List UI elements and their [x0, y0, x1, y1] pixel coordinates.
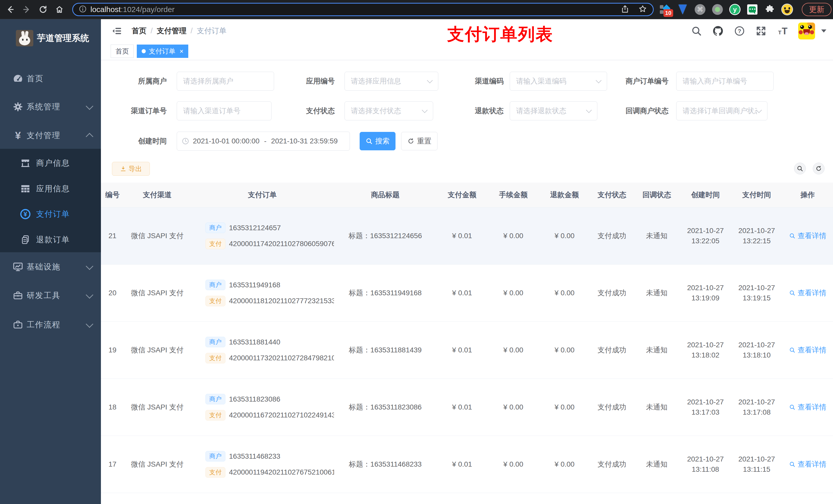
pay-tag: 支付 [206, 353, 225, 363]
tab-1[interactable]: 支付订单× [137, 45, 188, 58]
sidebar-item-6[interactable]: 退款订单 [0, 227, 101, 253]
table-header-cell: 支付渠道 [124, 183, 191, 207]
url-bar[interactable]: localhost:1024/pay/order [72, 3, 654, 16]
search-button[interactable]: 搜索 [360, 132, 396, 150]
filter-select[interactable]: 请选择订单回调商户状态 [676, 101, 767, 120]
refresh-icon[interactable] [37, 3, 49, 16]
view-detail-link[interactable]: 查看详情 [789, 459, 826, 469]
table-refresh-icon[interactable] [813, 163, 825, 174]
table-cell: 商户1635311949168支付42000011812021102777232… [191, 265, 334, 321]
sidebar-item-9[interactable]: 工作流程 [0, 312, 101, 338]
extension-record-icon[interactable] [712, 4, 723, 15]
view-detail-link[interactable]: 查看详情 [789, 402, 826, 412]
active-tab-dot [142, 49, 146, 53]
github-icon[interactable] [712, 25, 724, 37]
table-cell: 2021-10-2713:17:03 [680, 379, 731, 436]
table-header-cell: 手续金额 [488, 183, 539, 207]
extension-hangouts-icon[interactable] [746, 4, 758, 15]
url-text[interactable]: localhost:1024/pay/order [90, 5, 175, 14]
bookmark-star-icon[interactable] [638, 4, 647, 15]
filter-input-field[interactable] [183, 107, 265, 115]
extensions-puzzle-icon[interactable] [764, 4, 776, 15]
home-icon[interactable] [53, 3, 66, 16]
pay-order-line: 支付4200001173202110272847982104 [206, 353, 334, 363]
filter-select[interactable]: 请选择退款状态 [510, 101, 597, 120]
sidebar-item-3[interactable]: 商户信息 [0, 150, 101, 176]
filter-select[interactable]: 请选择应用信息 [344, 72, 438, 91]
share-icon[interactable] [621, 5, 629, 14]
sidebar-item-7[interactable]: 基础设施 [0, 254, 101, 280]
profile-avatar-icon[interactable] [781, 4, 793, 15]
table-cell: ¥ 0.01 [436, 265, 488, 321]
pay-amount: ¥ 0.01 [452, 232, 472, 240]
filter-input-field[interactable] [683, 77, 767, 85]
tab-close-icon[interactable]: × [180, 48, 184, 54]
merchant-tag: 商户 [206, 451, 225, 461]
filter-input[interactable] [676, 72, 774, 91]
extension-balloon-icon[interactable] [677, 4, 689, 15]
merchant-order-line: 商户1635311881440 [206, 337, 280, 347]
view-detail-link[interactable]: 查看详情 [789, 231, 826, 241]
filter-select[interactable]: 请输入渠道编码 [510, 72, 607, 91]
sidebar-item-8[interactable]: 研发工具 [0, 283, 101, 308]
avatar-caret-icon[interactable] [821, 29, 826, 32]
browser-toolbar: localhost:1024/pay/order 10 ⌘ y 更新 [0, 0, 833, 19]
merchant-order-no: 1635311881440 [229, 338, 280, 346]
pay-amount: ¥ 0.01 [452, 289, 472, 297]
extension-command-icon[interactable]: ⌘ [694, 4, 706, 15]
extension-yudao-icon[interactable]: y [729, 4, 741, 15]
notify-status: 未通知 [646, 288, 668, 298]
help-icon[interactable]: ? [734, 25, 745, 37]
svg-text:T: T [782, 26, 787, 37]
app-logo[interactable]: 芋道管理系统 [0, 23, 89, 53]
svg-text:?: ? [738, 28, 741, 34]
site-info-icon[interactable] [79, 5, 87, 14]
app-header: 首页/支付管理/支付订单 支付订单列表 ? TT [101, 19, 833, 43]
tab-0[interactable]: 首页 [111, 45, 134, 58]
font-size-icon[interactable]: TT [777, 25, 788, 37]
merchant-tag: 商户 [206, 337, 225, 347]
notify-status: 未通知 [646, 402, 668, 412]
filter-input[interactable] [177, 72, 274, 91]
header-search-icon[interactable] [691, 25, 703, 37]
sidebar-item-1[interactable]: 系统管理 [0, 94, 101, 120]
fullscreen-icon[interactable] [755, 25, 767, 37]
filter-input-field[interactable] [183, 77, 268, 85]
extension-diamond-icon[interactable]: 10 [659, 4, 671, 15]
sidebar-item-5[interactable]: ¥ 支付订单 [0, 201, 101, 227]
table-cell: 未通知 [634, 322, 680, 379]
view-detail-link[interactable]: 查看详情 [789, 288, 826, 298]
table-cell: ¥ 0.00 [488, 436, 539, 493]
table-cell: 商户1635311468233支付42000011942021102767521… [191, 436, 334, 493]
sidebar-item-4[interactable]: 应用信息 [0, 176, 101, 201]
forward-icon[interactable] [21, 3, 33, 16]
back-icon[interactable] [4, 3, 16, 16]
view-detail-link[interactable]: 查看详情 [789, 345, 826, 355]
sidebar-item-0[interactable]: 首页 [0, 66, 101, 91]
sidebar-item-2[interactable]: ¥ 支付管理 [0, 123, 101, 148]
sidebar-item-label: 商户信息 [36, 158, 70, 169]
chevron-down-icon [86, 320, 94, 328]
user-avatar[interactable] [798, 23, 815, 40]
filter-select[interactable]: 请选择支付状态 [344, 101, 433, 120]
browser-update-button[interactable]: 更新 [802, 3, 831, 16]
sidebar-fold-icon[interactable] [111, 25, 123, 37]
yen-icon: ¥ [12, 129, 24, 142]
sidebar-item-label: 首页 [27, 73, 44, 84]
table-cell: 21 [101, 208, 124, 264]
table-search-toggle-icon[interactable] [794, 163, 806, 174]
export-button[interactable]: 导出 [112, 162, 150, 176]
pay-channel: 微信 JSAPI 支付 [131, 402, 184, 412]
pay-order-line: 支付4200001167202110271022491439 [206, 410, 334, 421]
date-range-picker[interactable]: 2021-10-01 00:00:00-2021-10-31 23:59:59 [177, 131, 350, 150]
pay-channel: 微信 JSAPI 支付 [131, 459, 184, 469]
page: localhost:1024/pay/order 10 ⌘ y 更新 [0, 0, 833, 504]
table-cell: 微信 JSAPI 支付 [124, 322, 191, 379]
reset-button[interactable]: 重置 [401, 132, 437, 150]
breadcrumb-item-0[interactable]: 首页 [132, 26, 146, 36]
merchant-order-no: 1635311823086 [229, 395, 280, 403]
breadcrumb-item-1[interactable]: 支付管理 [157, 26, 187, 36]
merchant-order-no: 1635311949168 [229, 281, 280, 289]
filter-input[interactable] [177, 101, 271, 120]
table-cell: 支付成功 [590, 322, 634, 379]
